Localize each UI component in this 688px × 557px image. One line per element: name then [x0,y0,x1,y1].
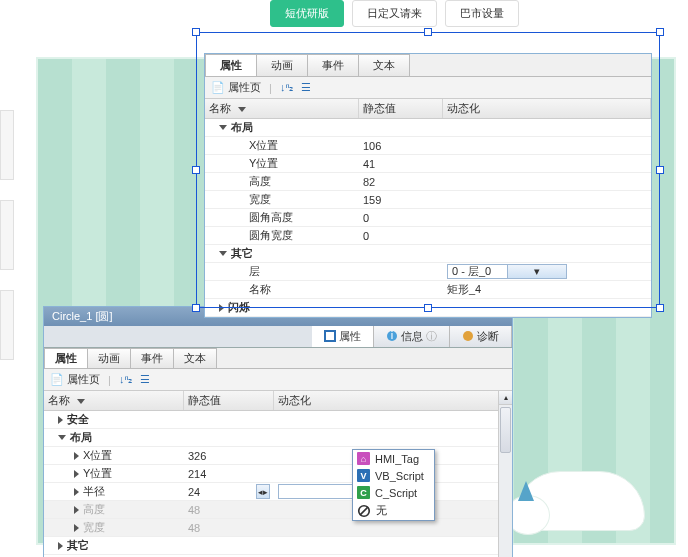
col-static[interactable]: 静态值 [184,391,274,410]
lower-property-grid: 名称 静态值 动态化 安全 布局 X位置326 Y位置214 半径 24◂▸ 高… [44,391,512,557]
selection-frame[interactable] [196,32,660,308]
btn-primary[interactable]: 短优研版 [270,0,344,27]
expand-icon[interactable] [74,470,79,478]
none-icon [357,504,371,518]
expand-icon[interactable] [58,542,63,550]
svg-text:i: i [391,330,393,341]
left-thumb-strip [0,110,14,380]
group-layout[interactable]: 布局 [70,430,92,445]
c-icon: C [357,486,370,499]
sort-icon[interactable]: ↓ⁿ₂ [119,373,133,386]
collapse-icon[interactable] [58,435,66,440]
btn-secondary-2[interactable]: 巴市设量 [445,0,519,27]
vb-icon: V [357,469,370,482]
diagnostics-icon [462,330,474,342]
prop-height: 高度 [83,502,105,517]
menu-item-hmi-tag[interactable]: ⌂HMI_Tag [353,450,434,467]
tab-text[interactable]: 文本 [173,348,217,368]
val-y[interactable]: 214 [184,467,274,481]
list-view-icon[interactable]: ☰ [140,373,150,386]
col-dynamic[interactable]: 动态化 [274,391,512,410]
val-width: 48 [184,521,274,535]
stepper-button[interactable]: ◂▸ [256,484,270,499]
expand-icon[interactable] [74,506,79,514]
dynamic-type-menu: ⌂HMI_Tag VVB_Script CC_Script 无 [352,449,435,521]
expand-icon[interactable] [74,488,79,496]
inspector-tab-properties[interactable]: 属性 [312,326,374,347]
val-radius[interactable]: 24 [188,486,200,498]
menu-item-vb-script[interactable]: VVB_Script [353,467,434,484]
menu-item-c-script[interactable]: CC_Script [353,484,434,501]
expand-icon[interactable] [58,416,63,424]
group-other[interactable]: 其它 [67,538,89,553]
properties-icon [324,330,336,342]
prop-x: X位置 [83,448,112,463]
val-height: 48 [184,503,274,517]
svg-rect-1 [326,332,334,340]
inspector-tab-diagnostics[interactable]: 诊断 [450,326,512,347]
group-safety[interactable]: 安全 [67,412,89,427]
tab-properties[interactable]: 属性 [44,348,88,368]
lower-toolbar: 📄 属性页 | ↓ⁿ₂ ☰ [44,369,512,391]
tab-events[interactable]: 事件 [130,348,174,368]
info-icon: i [386,330,398,342]
btn-secondary-1[interactable]: 日定又请来 [352,0,437,27]
property-page-icon[interactable]: 📄 属性页 [50,372,100,387]
lower-properties-panel: Circle_1 [圆] 属性 i信息 ⓘ 诊断 属性 动画 事件 文本 📄 属… [43,306,513,557]
tag-icon: ⌂ [357,452,370,465]
inspector-tab-info[interactable]: i信息 ⓘ [374,326,450,347]
inspector-tabs: 属性 i信息 ⓘ 诊断 [44,326,512,348]
val-x[interactable]: 326 [184,449,274,463]
lower-sub-tabs: 属性 动画 事件 文本 [44,348,512,369]
prop-radius: 半径 [83,484,105,499]
expand-icon[interactable] [74,524,79,532]
tab-animation[interactable]: 动画 [87,348,131,368]
mascot-bear [510,450,650,535]
prop-width: 宽度 [83,520,105,535]
menu-item-none[interactable]: 无 [353,501,434,520]
prop-y: Y位置 [83,466,112,481]
expand-icon[interactable] [74,452,79,460]
scrollbar[interactable]: ▴ [498,391,512,557]
svg-line-8 [360,506,368,514]
col-name[interactable]: 名称 [44,391,184,410]
svg-point-4 [463,331,473,341]
